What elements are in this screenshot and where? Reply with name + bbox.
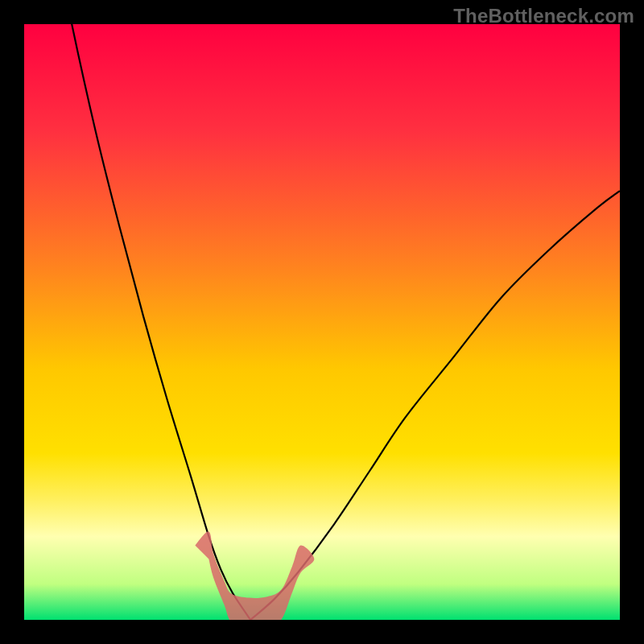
watermark-text: TheBottleneck.com bbox=[453, 5, 634, 27]
chart-container: TheBottleneck.com bbox=[0, 0, 644, 644]
bottleneck-chart bbox=[0, 0, 644, 644]
gradient-background bbox=[24, 24, 620, 620]
